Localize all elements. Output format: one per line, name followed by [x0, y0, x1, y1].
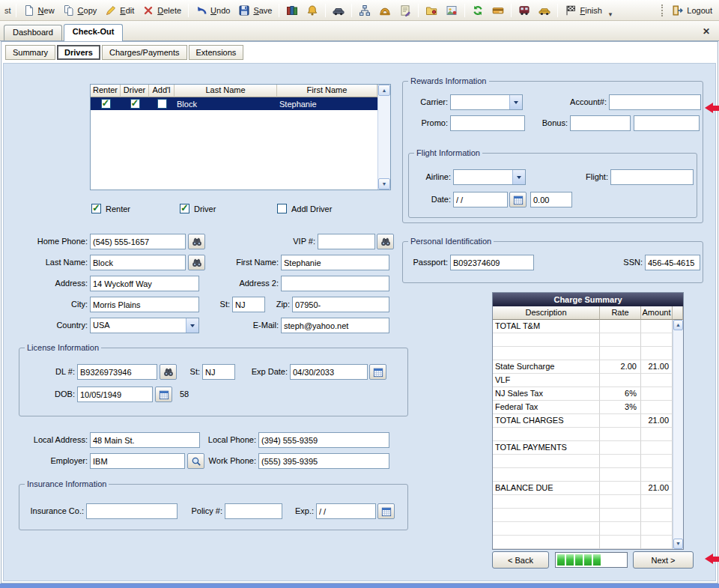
drivers-grid-scrollbar[interactable]: ▲ ▼ [377, 85, 390, 190]
charge-summary-scrollbar[interactable]: ▲ ▼ [673, 320, 683, 549]
reports-button[interactable] [282, 2, 302, 19]
tab-extensions[interactable]: Extensions [189, 45, 244, 60]
progress-block [566, 554, 574, 566]
phone-button[interactable] [375, 2, 395, 19]
local-phone-input[interactable] [258, 432, 389, 448]
next-button[interactable]: Next > [633, 551, 694, 569]
flight-label: Flight: [565, 169, 608, 185]
toolbar-overflow-chevron-icon[interactable]: ▾ [607, 10, 615, 20]
airline-select[interactable] [453, 169, 526, 185]
flight-amount-input[interactable] [530, 192, 572, 207]
column-header-last-name[interactable]: Last Name [175, 85, 277, 97]
home-phone-search-button[interactable] [188, 234, 205, 249]
bus-button[interactable] [515, 2, 534, 19]
column-header-rate[interactable]: Rate [600, 306, 641, 320]
photo-button[interactable] [442, 2, 461, 19]
alerts-button[interactable] [303, 2, 322, 19]
dl-label: DL #: [22, 364, 75, 380]
vip-input[interactable] [318, 234, 375, 249]
finish-button[interactable]: Finish [561, 2, 605, 19]
last-name-input[interactable] [90, 255, 186, 270]
back-button[interactable]: < Back [492, 551, 549, 569]
exp-date-input[interactable] [290, 364, 368, 380]
edit-button[interactable]: Edit [101, 2, 138, 19]
passport-input[interactable] [450, 255, 534, 270]
toolbar-fragment: st [3, 6, 13, 15]
delete-button[interactable]: Delete [139, 2, 185, 19]
toolbar-separator [557, 4, 558, 17]
renter-checkbox[interactable] [91, 204, 101, 213]
column-header-description[interactable]: Description [493, 306, 600, 320]
folder-person-icon [425, 4, 437, 16]
charge-row [493, 522, 673, 536]
personal-group-title: Personal Identification [408, 237, 494, 246]
country-select[interactable]: USA [90, 318, 199, 333]
logout-button[interactable]: Logout [668, 2, 716, 19]
flight-date-calendar-button[interactable] [509, 192, 527, 207]
grid-renter-checkbox[interactable] [101, 99, 111, 109]
scroll-up-icon[interactable]: ▲ [673, 320, 683, 330]
new-button[interactable]: New [19, 2, 58, 19]
column-header-first-name[interactable]: First Name [277, 85, 377, 97]
column-header-renter[interactable]: Renter [91, 85, 121, 97]
local-address-input[interactable] [90, 432, 200, 448]
notes-button[interactable] [395, 2, 415, 19]
flight-date-input[interactable] [453, 192, 508, 207]
license-state-input[interactable] [202, 364, 235, 380]
scroll-down-icon[interactable]: ▼ [378, 178, 390, 190]
vehicle-button[interactable] [329, 2, 348, 19]
first-name-input[interactable] [281, 255, 389, 270]
payment-button[interactable] [488, 2, 508, 19]
column-header-driver[interactable]: Driver [121, 85, 149, 97]
column-header-addl[interactable]: Add'l [149, 85, 175, 97]
flight-input[interactable] [610, 169, 694, 185]
bonus-input-1[interactable] [570, 115, 631, 131]
customer-folder-button[interactable] [422, 2, 441, 19]
hierarchy-button[interactable] [355, 2, 374, 19]
tab-dashboard[interactable]: Dashboard [4, 25, 62, 40]
progress-block [557, 554, 565, 566]
tab-charges-payments[interactable]: Charges/Payments [102, 45, 187, 60]
insurance-exp-calendar-button[interactable] [377, 503, 395, 519]
dob-calendar-button[interactable] [155, 387, 172, 402]
ssn-input[interactable] [645, 255, 700, 270]
grid-driver-checkbox[interactable] [130, 99, 140, 109]
email-input[interactable] [281, 318, 389, 333]
scroll-down-icon[interactable]: ▼ [673, 539, 683, 549]
address2-input[interactable] [281, 276, 389, 291]
home-phone-input[interactable] [90, 234, 186, 249]
driver-checkbox[interactable] [180, 204, 189, 213]
dob-input[interactable] [77, 387, 153, 402]
city-input[interactable] [90, 297, 199, 312]
tab-drivers[interactable]: Drivers [57, 45, 100, 60]
address-input[interactable] [90, 276, 199, 291]
exp-date-calendar-button[interactable] [369, 364, 386, 380]
refresh-button[interactable] [468, 2, 488, 19]
work-phone-input[interactable] [258, 453, 389, 469]
undo-button[interactable]: Undo [192, 2, 234, 19]
dl-input[interactable] [77, 364, 157, 380]
zip-input[interactable] [292, 297, 389, 312]
driver-row-selected[interactable]: Block Stephanie [91, 97, 390, 110]
addl-driver-checkbox[interactable] [277, 204, 287, 213]
last-name-search-button[interactable] [188, 255, 205, 270]
scroll-up-icon[interactable]: ▲ [378, 85, 390, 96]
copy-button[interactable]: Copy [59, 2, 101, 19]
close-icon[interactable]: ✕ [697, 26, 715, 40]
carrier-select[interactable] [450, 94, 523, 110]
charge-row [493, 536, 673, 549]
insurance-co-input[interactable] [86, 503, 178, 519]
insurance-exp-input[interactable] [316, 503, 376, 519]
policy-input[interactable] [225, 503, 282, 519]
employer-input[interactable] [90, 453, 185, 469]
vip-search-button[interactable] [377, 234, 394, 249]
column-header-amount[interactable]: Amount [641, 306, 673, 320]
taxi-button[interactable] [535, 2, 554, 19]
tab-checkout[interactable]: Check-Out [64, 24, 124, 41]
save-button[interactable]: Save [234, 2, 276, 19]
promo-input[interactable] [450, 115, 525, 131]
bonus-input-2[interactable] [634, 115, 700, 131]
grid-addl-checkbox[interactable] [157, 99, 167, 109]
account-input[interactable] [609, 94, 701, 110]
tab-summary[interactable]: Summary [5, 45, 55, 60]
